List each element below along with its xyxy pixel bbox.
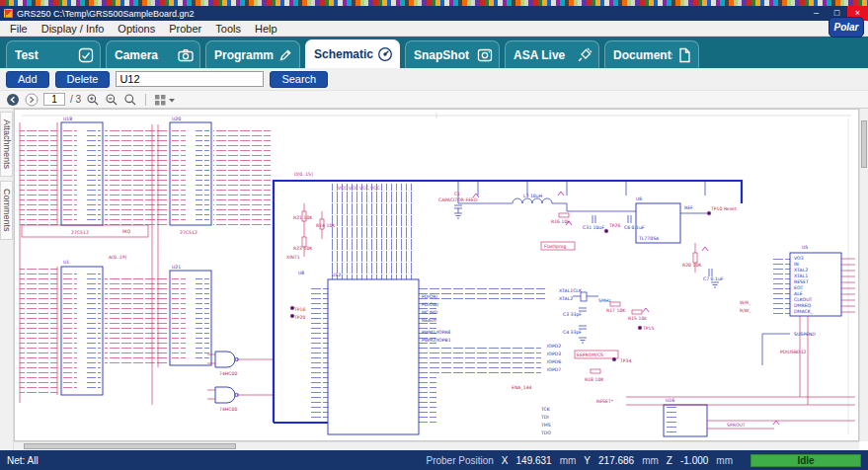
titlebar: GRS250 C:\Temp\GRS500SampleBoard.gn2 – □… — [0, 6, 868, 21]
tab-documents[interactable]: Documents — [604, 40, 699, 68]
window-title: GRS250 C:\Temp\GRS500SampleBoard.gn2 — [17, 9, 195, 19]
y-axis-value: 217.686 — [598, 455, 634, 466]
vertical-scrollbar-thumb[interactable] — [861, 120, 867, 168]
schematic-label: U12 — [332, 273, 341, 277]
schematic-label: 27C512 — [180, 230, 197, 235]
schematic-label: PWM1/IOPA8 — [422, 330, 450, 335]
status-idle-badge: Idle — [750, 454, 861, 467]
tab-schematic[interactable]: Schematic — [305, 39, 400, 68]
minimize-button[interactable]: – — [806, 6, 827, 21]
schematic-label: TDO — [540, 431, 551, 435]
schematic-label: CAPACITOR FEED — [438, 197, 478, 202]
content-area: Attachments Comments — [0, 109, 868, 450]
schematic-label: U20 — [172, 117, 181, 121]
tab-snapshot[interactable]: SnapShot — [405, 40, 500, 68]
schematic-label: C31 10uF — [583, 225, 604, 230]
prober-position: Prober Position X 149.631 mm Y 217.686 m… — [426, 455, 733, 466]
schematic-label: READY — [422, 318, 437, 323]
component-toolbar: Add Delete Search — [0, 68, 868, 91]
schematic-label: TCK — [540, 407, 551, 412]
polar-logo-text: Polar — [833, 22, 858, 33]
statusbar: Net: All Prober Position X 149.631 mm Y … — [0, 450, 868, 470]
z-unit: mm — [716, 455, 733, 466]
nand-gate — [215, 387, 235, 403]
x-axis-value: 149.631 — [516, 455, 552, 466]
schematic-label: C4 33pF — [563, 330, 582, 335]
schematic-label: TP34 — [619, 358, 631, 363]
tab-programming[interactable]: Programming — [205, 40, 300, 68]
menu-item-options[interactable]: Options — [111, 23, 162, 35]
add-button[interactable]: Add — [6, 71, 49, 88]
schematic-label: R20 10K — [682, 263, 702, 268]
schematic-label: XTAL2 — [559, 296, 573, 301]
schematic-label: U21 — [172, 265, 181, 270]
view-options-button[interactable] — [154, 93, 176, 107]
schematic-label: TP26 — [608, 223, 620, 228]
zoom-in-button[interactable] — [86, 93, 100, 107]
schematic-label: D[0..15] — [294, 172, 313, 177]
schematic-label: R15 10k — [628, 316, 647, 321]
schematic-label: IOPD7 — [547, 367, 561, 372]
schematic-viewport: U18U2027C51227C512IRQA[0..19]U1U2174HC00… — [14, 109, 868, 450]
net-label: Net: All — [7, 455, 39, 466]
schematic-label: REF — [684, 205, 693, 210]
schematic-label: PDIUSBD12 — [780, 350, 807, 354]
menu-item-display-info[interactable]: Display / Info — [35, 23, 112, 35]
schematic-label: PWM2/IOPB1 — [422, 338, 451, 343]
schematic-label: U8 — [298, 271, 304, 275]
schematic-label: PDIOW/ — [422, 302, 439, 307]
back-button[interactable] — [6, 93, 20, 107]
horizontal-scrollbar[interactable] — [14, 441, 859, 450]
search-button[interactable]: Search — [270, 71, 328, 88]
schematic-label: SUSPEND — [794, 332, 816, 337]
zoom-out-button[interactable] — [105, 93, 118, 107]
menu-item-prober[interactable]: Prober — [162, 23, 208, 35]
schematic-canvas[interactable]: U18U2027C51227C512IRQA[0..19]U1U2174HC00… — [14, 109, 859, 441]
schematic-label: 74HC00 — [219, 371, 237, 376]
schematic-label: Flashprog — [544, 244, 567, 249]
schematic-label: VCC VCC VCC VCC — [338, 186, 380, 191]
schematic-label: R14 10K — [316, 223, 336, 228]
menu-item-tools[interactable]: Tools — [208, 23, 248, 35]
toolbar-separator — [145, 94, 146, 106]
schematic-label: CLKOUT — [794, 297, 813, 302]
schematic-label: L3 10uH — [523, 194, 542, 198]
schematic-label: U16 — [666, 398, 674, 403]
document-icon — [675, 46, 693, 64]
tab-asa-live[interactable]: ASA Live — [505, 40, 599, 68]
pencil-icon — [276, 46, 294, 64]
side-tab-attachments[interactable]: Attachments — [0, 112, 13, 177]
zoom-window-button[interactable] — [123, 93, 137, 107]
schematic-label: R23 10K — [293, 246, 313, 251]
tab-test[interactable]: Test — [6, 40, 101, 68]
component-search-input[interactable] — [116, 71, 264, 87]
polar-logo: Polar — [829, 17, 864, 38]
z-axis-label: Z — [667, 455, 672, 466]
tab-camera[interactable]: Camera — [106, 40, 200, 68]
menu-item-help[interactable]: Help — [248, 23, 284, 35]
schematic-label: TDI — [540, 415, 549, 420]
side-tab-comments[interactable]: Comments — [0, 181, 13, 240]
schematic-label: IOPD6 — [547, 359, 561, 364]
plug-icon — [576, 46, 593, 64]
schematic-label: A[0..19] — [109, 255, 127, 260]
horizontal-scrollbar-thumb[interactable] — [24, 443, 236, 449]
prober-position-label: Prober Position — [426, 455, 493, 466]
y-unit: mm — [642, 455, 659, 466]
schematic-label: VO3 — [794, 256, 804, 261]
schematic-label: C3 33pF — [563, 312, 582, 317]
schematic-label: IOPD3 — [547, 352, 561, 356]
schematic-label: IN — [794, 262, 799, 267]
schematic-label: XTAL1CLK — [559, 288, 583, 293]
delete-button[interactable]: Delete — [55, 71, 111, 88]
menu-item-file[interactable]: File — [3, 23, 35, 35]
schematic-label: PDIOR/ — [422, 294, 437, 299]
schematic-label: TL7705A — [638, 236, 660, 241]
forward-button[interactable] — [25, 93, 39, 107]
main-tabbar: Test Camera Programming Schematic SnapSh… — [0, 37, 868, 68]
schematic-label: IRQ — [122, 229, 131, 234]
schematic-label: MC/MD — [422, 310, 438, 315]
page-input[interactable] — [43, 93, 65, 106]
vertical-scrollbar[interactable] — [859, 109, 868, 441]
schematic-label: TP20 — [293, 315, 305, 320]
